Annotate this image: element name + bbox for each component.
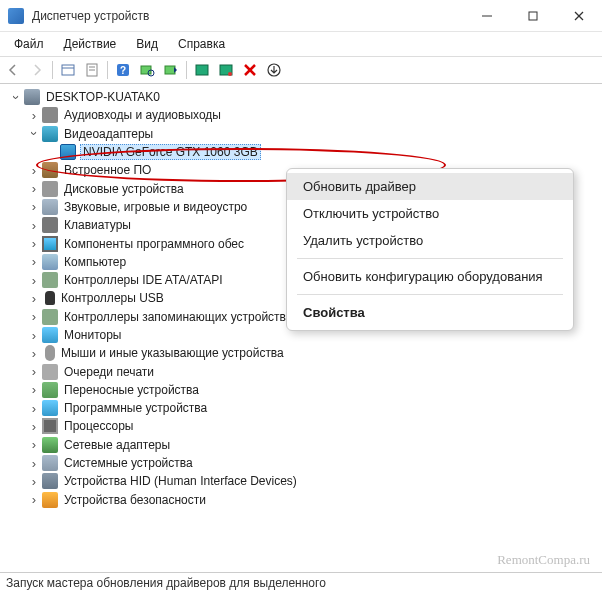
down-arrow-icon[interactable]: [263, 59, 285, 81]
device-icon-2[interactable]: [215, 59, 237, 81]
chevron-right-icon[interactable]: [26, 200, 42, 213]
security-icon: [42, 492, 58, 508]
system-icon: [42, 455, 58, 471]
forward-button[interactable]: [26, 59, 48, 81]
app-icon: [8, 8, 24, 24]
chevron-right-icon[interactable]: [26, 164, 42, 177]
ctx-scan-hardware[interactable]: Обновить конфигурацию оборудования: [287, 263, 573, 290]
ide-icon: [42, 272, 58, 288]
root-label: DESKTOP-KUATAK0: [44, 90, 162, 104]
watermark: RemontCompa.ru: [497, 552, 590, 568]
category-hid[interactable]: Устройства HID (Human Interface Devices): [6, 472, 602, 490]
ctx-update-driver[interactable]: Обновить драйвер: [287, 173, 573, 200]
storage-icon: [42, 309, 58, 325]
hid-icon: [42, 473, 58, 489]
svg-rect-14: [196, 65, 208, 75]
toolbar-separator: [186, 61, 187, 79]
chevron-right-icon[interactable]: [26, 457, 42, 470]
back-button[interactable]: [2, 59, 24, 81]
chevron-right-icon[interactable]: [26, 310, 42, 323]
tree-root[interactable]: DESKTOP-KUATAK0: [6, 88, 602, 106]
chevron-right-icon[interactable]: [26, 182, 42, 195]
ctx-properties[interactable]: Свойства: [287, 299, 573, 326]
device-nvidia-gpu[interactable]: NVIDIA GeForce GTX 1060 3GB: [6, 143, 602, 161]
update-driver-icon[interactable]: [160, 59, 182, 81]
category-audio-io[interactable]: Аудиовходы и аудиовыходы: [6, 106, 602, 124]
delete-icon[interactable]: [239, 59, 261, 81]
chevron-right-icon[interactable]: [26, 347, 42, 360]
chevron-down-icon[interactable]: [8, 91, 24, 104]
ctx-disable-device[interactable]: Отключить устройство: [287, 200, 573, 227]
chevron-right-icon[interactable]: [26, 292, 42, 305]
computer-icon: [24, 89, 40, 105]
svg-rect-4: [62, 65, 74, 75]
printer-icon: [42, 364, 58, 380]
minimize-button[interactable]: [464, 0, 510, 32]
help-icon[interactable]: ?: [112, 59, 134, 81]
ctx-uninstall-device[interactable]: Удалить устройство: [287, 227, 573, 254]
show-hidden-icon[interactable]: [57, 59, 79, 81]
chevron-right-icon[interactable]: [26, 475, 42, 488]
ctx-separator: [297, 294, 563, 295]
category-security[interactable]: Устройства безопасности: [6, 491, 602, 509]
chevron-right-icon[interactable]: [26, 365, 42, 378]
chevron-right-icon[interactable]: [26, 237, 42, 250]
chevron-right-icon[interactable]: [26, 493, 42, 506]
chevron-right-icon[interactable]: [26, 219, 42, 232]
display-adapter-icon: [42, 126, 58, 142]
monitor-icon: [42, 327, 58, 343]
portable-icon: [42, 382, 58, 398]
category-display-adapters[interactable]: Видеоадаптеры: [6, 125, 602, 143]
titlebar: Диспетчер устройств: [0, 0, 602, 32]
usb-icon: [45, 291, 55, 305]
keyboard-icon: [42, 217, 58, 233]
category-software-devices[interactable]: Программные устройства: [6, 399, 602, 417]
close-button[interactable]: [556, 0, 602, 32]
chevron-right-icon[interactable]: [26, 255, 42, 268]
chevron-right-icon[interactable]: [26, 109, 42, 122]
category-mice[interactable]: Мыши и иные указывающие устройства: [6, 344, 602, 362]
chevron-right-icon[interactable]: [26, 274, 42, 287]
svg-point-16: [228, 72, 232, 76]
properties-icon[interactable]: [81, 59, 103, 81]
menu-file[interactable]: Файл: [4, 35, 54, 53]
chevron-right-icon[interactable]: [26, 438, 42, 451]
cpu-icon: [42, 418, 58, 434]
menu-help[interactable]: Справка: [168, 35, 235, 53]
sound-icon: [42, 199, 58, 215]
network-icon: [42, 437, 58, 453]
audio-icon: [42, 107, 58, 123]
toolbar: ?: [0, 56, 602, 84]
category-system[interactable]: Системные устройства: [6, 454, 602, 472]
device-icon-1[interactable]: [191, 59, 213, 81]
maximize-button[interactable]: [510, 0, 556, 32]
disk-icon: [42, 181, 58, 197]
menu-view[interactable]: Вид: [126, 35, 168, 53]
chevron-down-icon[interactable]: [26, 127, 42, 140]
menubar: Файл Действие Вид Справка: [0, 32, 602, 56]
category-network[interactable]: Сетевые адаптеры: [6, 436, 602, 454]
chip-icon: [42, 236, 58, 252]
scan-hardware-icon[interactable]: [136, 59, 158, 81]
chevron-right-icon[interactable]: [26, 402, 42, 415]
toolbar-separator: [107, 61, 108, 79]
toolbar-separator: [52, 61, 53, 79]
computer-cat-icon: [42, 254, 58, 270]
svg-rect-13: [165, 66, 175, 74]
category-portable[interactable]: Переносные устройства: [6, 381, 602, 399]
category-processors[interactable]: Процессоры: [6, 417, 602, 435]
menu-action[interactable]: Действие: [54, 35, 127, 53]
svg-text:?: ?: [120, 65, 126, 76]
software-icon: [42, 400, 58, 416]
chevron-right-icon[interactable]: [26, 329, 42, 342]
mouse-icon: [45, 345, 55, 361]
chevron-right-icon[interactable]: [26, 383, 42, 396]
firmware-icon: [42, 162, 58, 178]
gpu-icon: [60, 144, 76, 160]
svg-rect-1: [529, 12, 537, 20]
statusbar: Запуск мастера обновления драйверов для …: [0, 572, 602, 594]
context-menu: Обновить драйвер Отключить устройство Уд…: [286, 168, 574, 331]
category-print-queues[interactable]: Очереди печати: [6, 362, 602, 380]
ctx-separator: [297, 258, 563, 259]
chevron-right-icon[interactable]: [26, 420, 42, 433]
